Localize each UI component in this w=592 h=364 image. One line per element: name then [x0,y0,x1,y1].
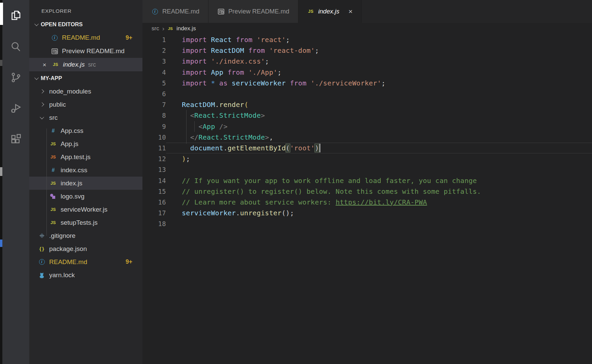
code-editor[interactable]: 1import React from 'react';2import React… [142,34,592,229]
editor-indent-guide [194,121,195,132]
code-token: from [244,46,269,54]
breadcrumb-file[interactable]: index.js [176,25,196,32]
tab-preview-readme-md[interactable]: Preview README.md [208,0,298,23]
code-token: ) [182,155,186,163]
tree-item-label: public [49,101,66,108]
chev-down-icon [38,114,45,121]
line-content[interactable]: // Learn more about service workers: htt… [166,197,592,208]
open-editors-list: iREADME.md9+Preview README.md×JSindex.js… [29,31,142,71]
line-content[interactable]: import './index.css'; [166,56,592,67]
explorer-activity-button[interactable] [2,0,29,31]
line-content[interactable]: import * as serviceWorker from './servic… [166,78,592,88]
tab-index-js[interactable]: JSindex.js× [298,0,362,23]
line-content[interactable]: import App from './App'; [166,67,592,78]
tree-item-label: package.json [49,245,87,253]
source-control-activity-button[interactable] [2,62,29,93]
js-icon: JS [167,26,173,32]
code-token: serviceWorker [182,209,236,217]
line-content[interactable]: ReactDOM.render( [166,99,592,110]
line-number: 13 [142,166,166,173]
open-editor-index-js[interactable]: ×JSindex.jssrc [29,58,142,71]
code-token: unregister [240,209,282,217]
breadcrumb-folder[interactable]: src [152,25,159,32]
line-number: 11 [142,144,166,152]
line-content[interactable] [166,88,592,99]
line-content[interactable]: // If you want your app to work offline … [166,175,592,186]
code-token: App [211,68,223,76]
code-line-16: 16// Learn more about service workers: h… [142,197,592,208]
tree-indent-guide [46,129,47,236]
close-icon[interactable]: × [41,61,48,68]
line-content[interactable] [166,218,592,229]
extensions-activity-button[interactable] [2,124,29,155]
code-token: (); [282,209,294,217]
line-number: 9 [142,123,166,130]
run-debug-activity-button[interactable] [2,93,29,124]
line-content[interactable]: <React.StrictMode> [166,110,592,121]
tab-readme-md[interactable]: iREADME.md [142,0,208,23]
debug-icon [10,102,22,114]
tree-item-label: App.test.js [61,153,91,161]
yarn-icon [38,271,45,279]
line-content[interactable]: import React from 'react'; [166,34,592,45]
search-activity-button[interactable] [2,31,29,62]
open-editor-readme-md[interactable]: iREADME.md9+ [29,31,142,44]
svg-icon [50,193,57,200]
tree-item-src[interactable]: src [29,111,142,124]
code-line-14: 14// If you want your app to work offlin… [142,175,592,186]
editor-region: iREADME.mdPreview README.mdJSindex.js× s… [142,0,592,364]
tree-item-label: src [49,114,58,121]
code-line-5: 5import * as serviceWorker from './servi… [142,78,592,88]
code-token: as [215,79,232,87]
code-token: </ [190,133,199,141]
js-icon: JS [50,180,57,187]
chevron-down-icon [33,21,40,28]
close-icon[interactable]: × [349,7,353,15]
screen-edge-strip [0,0,2,364]
line-content[interactable] [166,164,592,175]
open-editors-section-header[interactable]: OPEN EDITORS [29,17,142,31]
code-token: * [211,79,215,87]
tree-item-package-json[interactable]: {}package.json [29,242,142,255]
breadcrumb[interactable]: src › JS index.js [142,23,592,34]
code-token: React.StrictMode [194,111,261,119]
code-token: 'root' [290,144,315,152]
line-content[interactable]: import ReactDOM from 'react-dom'; [166,45,592,56]
code-line-8: 8 <React.StrictMode> [142,110,592,121]
line-content[interactable]: // unregister() to register() below. Not… [166,186,592,197]
code-token: 'react' [257,36,286,44]
code-token: 'react-dom' [269,46,315,54]
code-token: React.StrictMode [198,133,265,141]
open-editor-preview-readme-md[interactable]: Preview README.md [29,44,142,58]
code-token: ReactDOM [182,101,215,109]
line-content[interactable]: ); [166,153,592,164]
comment-link[interactable]: https://bit.ly/CRA-PWA [336,198,427,206]
code-token: import [182,79,211,87]
code-token: > [261,111,265,119]
line-number: 18 [142,220,166,227]
line-content[interactable]: <App /> [166,121,592,132]
tab-bar-filler [362,0,592,23]
code-token: './App' [248,68,277,76]
chevron-right-icon: › [162,25,164,32]
tree-item-public[interactable]: public [29,98,142,111]
line-number: 6 [142,90,166,98]
tree-item-label: node_modules [49,88,91,95]
explorer-sidebar: EXPLORER OPEN EDITORS iREADME.md9+Previe… [29,0,142,364]
tree-item-label: serviceWorker.js [61,206,107,213]
tree-item-label: App.css [61,127,84,135]
tree-item-yarn-lock[interactable]: yarn.lock [29,268,142,282]
line-content[interactable]: </React.StrictMode>, [166,132,592,143]
tree-item-node-modules[interactable]: node_modules [29,85,142,98]
code-token: getElementById [228,144,286,152]
code-line-18: 18 [142,218,592,229]
edge-artifact [0,167,2,176]
source-control-icon [10,71,22,83]
active-view-indicator [0,3,3,25]
project-section-header[interactable]: MY-APP [29,71,142,85]
tree-item-readme-md[interactable]: iREADME.md9+ [29,255,142,268]
line-content[interactable]: serviceWorker.unregister(); [166,208,592,218]
info-icon: i [38,258,45,266]
code-token: App [203,122,215,131]
line-content[interactable]: document.getElementById('root') [166,143,592,153]
